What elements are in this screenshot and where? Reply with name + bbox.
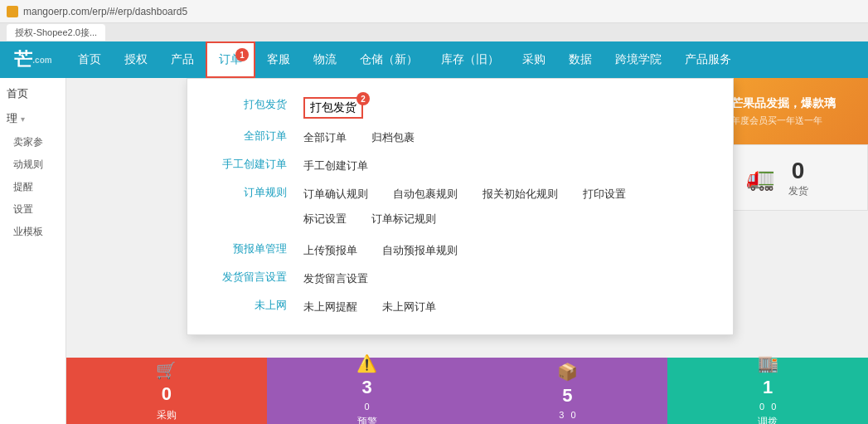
- dropdown-row-offline: 未上网 未上网提醒 未上网订单: [187, 293, 733, 321]
- dropdown-link-archive[interactable]: 归档包裹: [371, 129, 415, 147]
- dropdown-cat-pack: 打包发货: [204, 97, 303, 112]
- dropdown-items-pack: 打包发货 2: [303, 97, 716, 119]
- nav-item-purchase[interactable]: 采购: [511, 41, 557, 78]
- purchase-number: 0: [162, 383, 172, 405]
- dropdown-link-auto-prebook[interactable]: 自动预报单规则: [382, 241, 458, 260]
- nav-item-product[interactable]: 产品: [159, 41, 206, 78]
- dropdown-link-manual[interactable]: 手工创建订单: [303, 157, 368, 175]
- browser-tab[interactable]: 授权-Shopee2.0接...: [7, 24, 105, 41]
- nav-item-service[interactable]: 产品服务: [673, 41, 743, 78]
- dropdown-row-rules: 订单规则 订单确认规则 自动包裹规则 报关初始化规则 打印设置: [187, 180, 733, 208]
- transfer-label: 调拨: [758, 415, 778, 425]
- warning-label: 预警: [357, 415, 377, 425]
- sidebar-sub-remind[interactable]: 提醒: [0, 176, 65, 198]
- dropdown-cat-rules: 订单规则: [204, 185, 303, 200]
- dropdown-row-pack: 打包发货 打包发货 2: [187, 92, 733, 124]
- nav-item-warehouse-new[interactable]: 仓储（新）: [348, 41, 429, 78]
- stat-card-warning: ⚠️ 3 0 预警: [267, 358, 468, 424]
- dropdown-items-manual: 手工创建订单: [303, 157, 716, 175]
- promo-text: 芒果品发掘，爆款璃 年度会员买一年送一年: [731, 96, 836, 127]
- logo-text: 芒: [14, 47, 32, 72]
- promo-subtitle: 年度会员买一年送一年: [731, 115, 836, 127]
- transfer-icon: 🏬: [758, 353, 778, 373]
- dropdown-cat-offline: 未上网: [204, 298, 303, 313]
- dropdown-cat-allorder: 全部订单: [204, 129, 303, 144]
- sidebar-sub-template[interactable]: 业模板: [0, 221, 65, 243]
- nav-item-auth[interactable]: 授权: [113, 41, 159, 78]
- browser-url: mangoerp.com/erp/#/erp/dashboard5: [23, 6, 187, 17]
- dropdown-link-mark-settings[interactable]: 标记设置: [303, 210, 347, 228]
- empty1-sub: 30: [559, 410, 575, 420]
- nav-item-customer[interactable]: 客服: [255, 41, 302, 78]
- dropdown-cat-prebook: 预报单管理: [204, 241, 303, 256]
- stat-card-transfer: 🏬 1 00 调拨: [667, 358, 868, 424]
- sidebar: 首页 理 ▾ 卖家参 动规则 提醒 设置 业模板: [0, 78, 66, 424]
- warning-sub: 0: [365, 402, 370, 412]
- page-body: 首页 理 ▾ 卖家参 动规则 提醒 设置 业模板 打包发货 打包发货 2: [0, 78, 868, 424]
- dropdown-items-shipmsg: 发货留言设置: [303, 270, 716, 288]
- pack-badge: 2: [356, 92, 370, 105]
- sidebar-sub-autorule[interactable]: 动规则: [0, 154, 65, 176]
- dropdown-row-rules2: 标记设置 订单标记规则: [187, 208, 733, 236]
- warning-number: 3: [362, 377, 372, 398]
- delivery-number: 0: [788, 158, 808, 184]
- nav-item-order[interactable]: 订单 1: [206, 41, 255, 78]
- delivery-info: 0 发货: [788, 158, 808, 198]
- pack-highlight-wrapper: 打包发货 2: [303, 97, 363, 119]
- main-header: 芒 .com 首页 授权 产品 订单 1 客服 物流 仓储（新） 库存（旧） 采…: [0, 41, 868, 78]
- sidebar-item-home[interactable]: 首页: [0, 81, 65, 106]
- nav-item-data[interactable]: 数据: [557, 41, 604, 78]
- main-content: 打包发货 打包发货 2 全部订单 全部订单 归档包裹: [66, 78, 868, 424]
- dropdown-link-allorder[interactable]: 全部订单: [303, 129, 347, 147]
- stat-card-purchase: 🛒 0 采购: [66, 358, 267, 424]
- nav-item-academy[interactable]: 跨境学院: [604, 41, 673, 78]
- nav-item-home[interactable]: 首页: [66, 41, 113, 78]
- logo[interactable]: 芒 .com: [0, 41, 66, 78]
- dropdown-link-offline-order[interactable]: 未上网订单: [382, 298, 436, 316]
- favicon: [7, 6, 18, 17]
- dropdown-row-shipmsg: 发货留言设置 发货留言设置: [187, 265, 733, 293]
- dropdown-link-shipmsg[interactable]: 发货留言设置: [303, 270, 368, 288]
- browser-bar: mangoerp.com/erp/#/erp/dashboard5: [0, 0, 868, 23]
- dropdown-link-upload-prebook[interactable]: 上传预报单: [303, 241, 357, 260]
- dropdown-items-rules2: 标记设置 订单标记规则: [303, 210, 716, 228]
- stat-card-empty1: 📦 5 30: [468, 358, 668, 424]
- transfer-sub: 00: [759, 402, 776, 412]
- dropdown-link-offline-remind[interactable]: 未上网提醒: [303, 298, 357, 316]
- dropdown-cat-manual: 手工创建订单: [204, 157, 303, 172]
- empty1-number: 5: [562, 385, 572, 407]
- dropdown-link-mark-rule[interactable]: 订单标记规则: [371, 210, 436, 228]
- delivery-truck-icon: 🚛: [746, 164, 775, 192]
- dropdown-items-rules: 订单确认规则 自动包裹规则 报关初始化规则 打印设置: [303, 185, 716, 203]
- sidebar-sub-settings[interactable]: 设置: [0, 198, 65, 221]
- dropdown-items-prebook: 上传预报单 自动预报单规则: [303, 241, 716, 260]
- box-icon: 📦: [557, 362, 578, 382]
- dropdown-link-print-settings[interactable]: 打印设置: [583, 185, 626, 203]
- logo-suffix: .com: [32, 56, 51, 65]
- dropdown-cat-shipmsg: 发货留言设置: [204, 270, 303, 285]
- dropdown-row-prebook: 预报单管理 上传预报单 自动预报单规则: [187, 236, 733, 265]
- dropdown-link-customs-rule[interactable]: 报关初始化规则: [482, 185, 558, 203]
- sidebar-item-manage[interactable]: 理 ▾: [0, 106, 65, 131]
- nav-item-inventory-old[interactable]: 库存（旧）: [429, 41, 511, 78]
- cart-icon: 🛒: [156, 360, 177, 380]
- dropdown-row-manual: 手工创建订单 手工创建订单: [187, 152, 733, 180]
- dropdown-menu: 打包发货 打包发货 2 全部订单 全部订单 归档包裹: [187, 78, 734, 335]
- nav-items: 首页 授权 产品 订单 1 客服 物流 仓储（新） 库存（旧） 采购 数据 跨境…: [66, 41, 868, 78]
- delivery-label: 发货: [788, 184, 808, 198]
- tab-bar: 授权-Shopee2.0接...: [0, 23, 868, 41]
- chevron-down-icon: ▾: [21, 115, 25, 124]
- dropdown-link-confirm-rule[interactable]: 订单确认规则: [303, 185, 368, 203]
- pack-link-highlighted[interactable]: 打包发货 2: [303, 97, 363, 119]
- transfer-number: 1: [763, 377, 773, 398]
- purchase-label: 采购: [157, 408, 177, 422]
- nav-item-logistics[interactable]: 物流: [302, 41, 348, 78]
- sidebar-sub-seller[interactable]: 卖家参: [0, 131, 65, 154]
- tab-label: 授权-Shopee2.0接...: [15, 27, 97, 39]
- dropdown-link-auto-parcel[interactable]: 自动包裹规则: [393, 185, 458, 203]
- order-badge: 1: [235, 48, 249, 61]
- warning-icon: ⚠️: [356, 353, 377, 373]
- dropdown-row-allorder: 全部订单 全部订单 归档包裹: [187, 124, 733, 152]
- promo-title: 芒果品发掘，爆款璃: [731, 96, 836, 111]
- bottom-cards: 🛒 0 采购 ⚠️ 3 0 预警 📦 5 30: [66, 358, 868, 424]
